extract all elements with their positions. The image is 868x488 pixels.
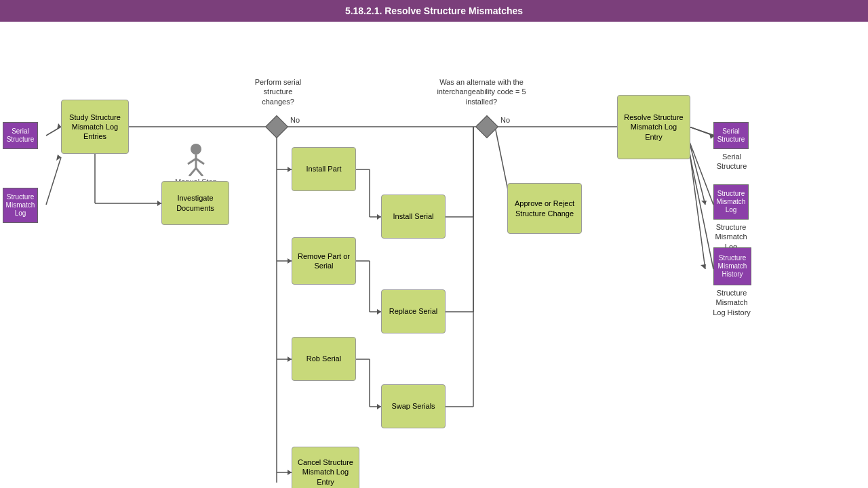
remove-part-serial-box[interactable]: Remove Part or Serial (292, 237, 356, 285)
investigate-documents-box[interactable]: Investigate Documents (161, 181, 229, 225)
cancel-structure-label: Cancel Structure Mismatch Log Entry (296, 458, 355, 487)
resolve-mismatch-box[interactable]: Resolve Structure Mismatch Log Entry (617, 95, 690, 159)
replace-serial-label: Replace Serial (389, 306, 438, 316)
approve-reject-label: Approve or Reject Structure Change (512, 199, 577, 218)
install-part-box[interactable]: Install Part (292, 147, 356, 191)
structure-mismatch-history-text: StructureMismatchLog History (708, 288, 755, 317)
svg-line-2 (46, 157, 61, 205)
svg-point-50 (191, 144, 201, 155)
svg-line-47 (689, 127, 713, 136)
diamond-2 (475, 115, 498, 138)
serial-structure-output: SerialStructure (713, 122, 749, 149)
serial-structure-out-text: SerialStructure (711, 152, 753, 171)
question-2-label: Was an alternate with theinterchangeabil… (420, 77, 542, 106)
person-icon (182, 142, 210, 176)
svg-line-43 (689, 140, 705, 205)
rob-serial-box[interactable]: Rob Serial (292, 337, 356, 381)
page-header: 5.18.2.1. Resolve Structure Mismatches (0, 0, 868, 22)
svg-marker-46 (701, 264, 706, 269)
structure-mismatch-history-output: StructureMismatchHistory (713, 247, 751, 285)
diamond-1 (265, 115, 288, 138)
svg-line-48 (689, 140, 713, 205)
install-part-label: Install Part (307, 164, 342, 174)
install-serial-label: Install Serial (393, 211, 434, 221)
serial-structure-input: SerialStructure (3, 122, 38, 149)
svg-line-52 (188, 159, 196, 164)
structure-mismatch-log-input: StructureMismatchLog (3, 188, 38, 223)
study-structure-label: Study Structure Mismatch Log Entries (66, 113, 124, 142)
structure-mismatch-log-output: StructureMismatchLog (713, 184, 749, 220)
install-serial-box[interactable]: Install Serial (381, 195, 446, 239)
resolve-mismatch-label: Resolve Structure Mismatch Log Entry (622, 113, 686, 142)
swap-serials-box[interactable]: Swap Serials (381, 384, 446, 428)
diagram-container: SerialStructure StructureMismatchLog Stu… (0, 22, 868, 488)
rob-serial-label: Rob Serial (307, 354, 341, 363)
no-label-1: No (290, 115, 300, 125)
structure-mismatch-log-output-label: StructureMismatchLog (717, 190, 746, 214)
svg-line-0 (46, 127, 61, 136)
svg-line-41 (689, 127, 715, 136)
approve-reject-box[interactable]: Approve or Reject Structure Change (507, 183, 582, 234)
question-1-label: Perform serialstructurechanges? (241, 77, 315, 106)
svg-line-45 (689, 147, 705, 269)
structure-mismatch-history-label: StructureMismatchHistory (718, 254, 747, 279)
study-structure-box[interactable]: Study Structure Mismatch Log Entries (61, 100, 129, 154)
svg-line-54 (189, 168, 196, 176)
header-title: 5.18.2.1. Resolve Structure Mismatches (345, 5, 523, 16)
svg-line-55 (196, 168, 203, 176)
replace-serial-box[interactable]: Replace Serial (381, 289, 446, 333)
svg-marker-3 (56, 155, 61, 161)
serial-structure-output-label: SerialStructure (717, 127, 745, 144)
serial-structure-input-label: SerialStructure (7, 127, 35, 144)
investigate-documents-label: Investigate Documents (166, 193, 224, 213)
manual-step-container: Manual Step (175, 142, 217, 186)
cancel-structure-box[interactable]: Cancel Structure Mismatch Log Entry (292, 447, 359, 488)
svg-line-53 (196, 159, 204, 164)
svg-marker-44 (701, 201, 707, 205)
structure-mismatch-log-input-label: StructureMismatchLog (6, 193, 35, 218)
remove-part-serial-label: Remove Part or Serial (296, 251, 351, 271)
no-label-2: No (500, 115, 510, 125)
swap-serials-label: Swap Serials (391, 401, 435, 411)
